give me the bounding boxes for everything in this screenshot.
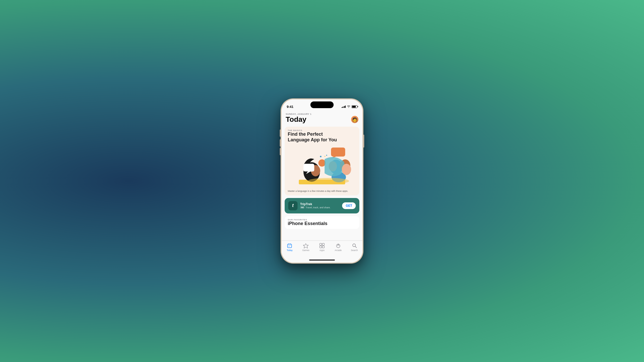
featured-card[interactable]: THE BASICS Find the Perfect Language App… <box>285 127 359 195</box>
card-category: THE BASICS <box>288 129 356 132</box>
avatar[interactable]: 🧑 <box>351 116 358 123</box>
svg-rect-4 <box>331 148 345 157</box>
status-time: 9:41 <box>287 105 293 109</box>
status-bar: 9:41 <box>282 99 362 111</box>
scroll-area: THE BASICS Find the Perfect Language App… <box>282 125 362 240</box>
get-button[interactable]: GET <box>342 202 356 209</box>
favorites-title: iPhone Essentials <box>288 221 356 226</box>
tab-bar: Today Games <box>282 240 362 257</box>
arcade-icon <box>335 243 341 248</box>
wifi-icon <box>347 105 350 108</box>
tab-arcade-label: Arcade <box>335 249 342 252</box>
favorites-category: OUR FAVORITES <box>288 219 356 221</box>
svg-point-15 <box>326 155 327 156</box>
search-icon <box>352 243 357 248</box>
phone-screen: 9:41 <box>282 99 362 263</box>
svg-rect-24 <box>288 246 290 247</box>
today-icon <box>287 243 292 248</box>
card-illustration: ✦ + <box>285 144 359 187</box>
app-icon-triptrek: t <box>288 201 298 210</box>
card-description: Master a language in a few minutes a day… <box>285 187 359 195</box>
games-icon <box>303 243 309 248</box>
tab-arcade[interactable]: Arcade <box>330 243 346 252</box>
ad-badge: Ad <box>300 206 304 209</box>
svg-rect-23 <box>288 245 291 246</box>
svg-rect-27 <box>320 246 322 248</box>
tab-today-label: Today <box>287 249 293 252</box>
home-indicator <box>282 257 362 263</box>
svg-text:✦: ✦ <box>324 155 326 158</box>
dynamic-island <box>310 101 334 108</box>
tab-search-label: Search <box>351 249 358 252</box>
date-label: SUNDAY, JANUARY 1 <box>286 113 358 115</box>
svg-rect-21 <box>289 244 289 245</box>
status-icons <box>342 105 358 108</box>
tab-today[interactable]: Today <box>282 243 298 252</box>
tab-games[interactable]: Games <box>298 243 314 252</box>
card-title: Find the Perfect Language App for You <box>288 132 356 143</box>
svg-line-32 <box>355 246 357 248</box>
tab-search[interactable]: Search <box>346 243 362 252</box>
svg-point-14 <box>320 156 321 157</box>
svg-point-13 <box>342 164 351 175</box>
tab-apps[interactable]: Apps <box>314 243 330 252</box>
favorites-card[interactable]: OUR FAVORITES iPhone Essentials <box>285 216 359 229</box>
svg-point-31 <box>353 244 355 247</box>
ad-card[interactable]: t TripTrek Ad Travel, track, and share. … <box>285 198 359 213</box>
svg-text:+: + <box>340 159 342 162</box>
svg-rect-26 <box>322 243 324 245</box>
svg-point-11 <box>318 159 326 167</box>
svg-rect-25 <box>320 243 322 245</box>
svg-rect-28 <box>322 246 324 248</box>
home-bar <box>309 260 335 261</box>
signal-icon <box>342 105 346 108</box>
svg-point-19 <box>308 178 349 184</box>
app-header: SUNDAY, JANUARY 1 Today 🧑 <box>282 111 362 125</box>
svg-point-18 <box>310 170 312 172</box>
page-title: Today <box>286 115 306 124</box>
phone-container: 9:41 <box>281 99 363 263</box>
screen-content: SUNDAY, JANUARY 1 Today 🧑 THE BASICS Fin… <box>282 111 362 263</box>
ad-description: Travel, track, and share. <box>306 206 331 209</box>
battery-icon <box>352 105 357 108</box>
ad-app-name: TripTrek <box>300 202 340 206</box>
apps-icon <box>319 243 325 248</box>
svg-rect-22 <box>290 244 291 245</box>
ad-info: TripTrek Ad Travel, track, and share. <box>300 202 340 209</box>
svg-rect-9 <box>303 164 314 171</box>
tab-apps-label: Apps <box>319 249 324 252</box>
tab-games-label: Games <box>302 249 309 252</box>
svg-point-30 <box>338 244 338 245</box>
svg-rect-20 <box>287 244 292 248</box>
